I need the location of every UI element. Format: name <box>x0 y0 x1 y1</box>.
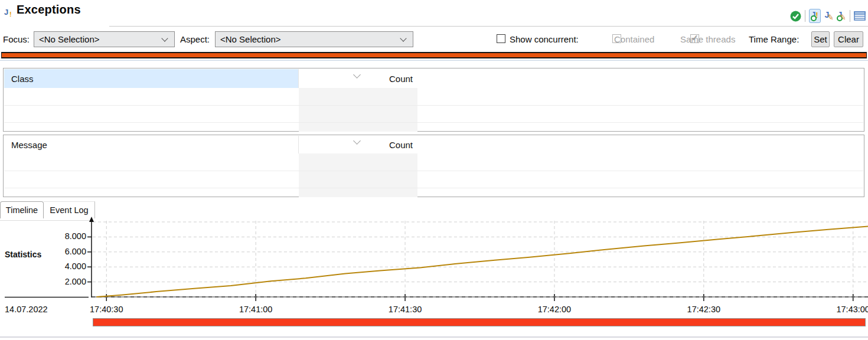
header-separator <box>109 26 868 27</box>
class-table: Class Count <box>3 68 864 132</box>
message-table: Message Count <box>3 135 864 197</box>
exceptions-icon-bang: ! <box>9 11 12 18</box>
time-range-slider[interactable] <box>1 52 867 58</box>
focus-dropdown[interactable]: <No Selection> <box>34 31 175 47</box>
show-concurrent-label: Show concurrent: <box>510 34 579 44</box>
aspect-dropdown[interactable]: <No Selection> <box>215 31 413 47</box>
aspect-dropdown-value: <No Selection> <box>220 34 396 44</box>
exceptions-icon: J ! <box>4 8 16 19</box>
sorted-column-shade <box>299 88 417 132</box>
table-icon-svg <box>854 11 866 21</box>
exceptions-icon-j: J <box>4 8 8 17</box>
y-tick-label: 6.000 <box>34 247 86 256</box>
pencil-glyph: ✎ <box>839 12 847 22</box>
toolbar-separator <box>850 10 850 22</box>
chart-date-label: 14.07.2022 <box>5 305 48 314</box>
table-row <box>4 105 863 106</box>
exceptions-view: J ! Exceptions J ! J ✎ J ✎ <box>0 0 868 340</box>
x-tick-label: 17:42:00 <box>526 305 583 314</box>
timeline-chart[interactable]: Statistics 14.07.2022 17:40:3017:41:0017… <box>0 212 868 316</box>
aspect-label: Aspect: <box>180 34 210 44</box>
x-tick-label: 17:42:30 <box>676 305 732 314</box>
x-tick-label: 17:43:00 <box>825 305 868 314</box>
time-range-set-button[interactable]: Set <box>811 31 830 47</box>
sorted-column-shade <box>299 153 417 197</box>
chart-canvas[interactable] <box>0 212 868 316</box>
focus-label: Focus: <box>3 34 30 44</box>
pencil-glyph: ✎ <box>827 12 834 22</box>
section-separator <box>0 60 868 61</box>
toolbar-separator <box>805 10 805 22</box>
x-tick-label: 17:41:30 <box>377 305 433 314</box>
column-separator <box>298 136 299 153</box>
y-axis-arrow <box>89 217 94 222</box>
check-circle-icon[interactable] <box>790 9 801 22</box>
contained-label: Contained <box>614 34 654 44</box>
table-row <box>4 188 863 188</box>
message-column-header-label: Message <box>11 140 47 150</box>
bottom-separator <box>0 336 868 338</box>
y-tick-label: 2.000 <box>34 277 86 286</box>
table-row <box>4 171 863 171</box>
class-count-header-label: Count <box>389 74 413 84</box>
exception-page-selected-icon[interactable]: J ! <box>809 9 821 23</box>
table-row <box>4 122 863 123</box>
x-tick-label: 17:41:00 <box>227 305 284 314</box>
time-range-clear-button[interactable]: Clear <box>834 31 863 47</box>
green-ring-glyph <box>811 15 817 21</box>
column-separator <box>298 69 299 88</box>
class-column-header[interactable]: Class <box>4 69 299 88</box>
show-concurrent-checkbox[interactable] <box>497 34 505 43</box>
y-tick-label: 4.000 <box>34 261 86 271</box>
chevron-down-icon <box>161 35 168 41</box>
tab-timeline[interactable]: Timeline <box>0 201 44 218</box>
exception-edit-result-icon[interactable]: J ✎ <box>836 9 846 22</box>
message-column-header[interactable]: Message <box>4 136 299 153</box>
time-range-label: Time Range: <box>749 34 799 44</box>
check-circle-svg <box>790 11 801 22</box>
exception-edit-icon[interactable]: J ✎ <box>823 9 834 22</box>
focus-dropdown-value: <No Selection> <box>39 34 158 44</box>
chart-selection-range-bar[interactable] <box>93 318 866 326</box>
page-title: Exceptions <box>17 3 81 17</box>
header-icon-toolbar: J ! J ✎ J ✎ <box>790 9 866 23</box>
chevron-down-icon <box>400 35 406 41</box>
message-count-header-label: Count <box>389 140 413 150</box>
same-threads-label: Same threads <box>680 34 735 44</box>
table-settings-icon[interactable] <box>854 9 866 22</box>
class-column-header-label: Class <box>11 74 34 84</box>
x-tick-label: 17:40:30 <box>78 305 135 314</box>
y-tick-label: 8.000 <box>34 231 86 241</box>
